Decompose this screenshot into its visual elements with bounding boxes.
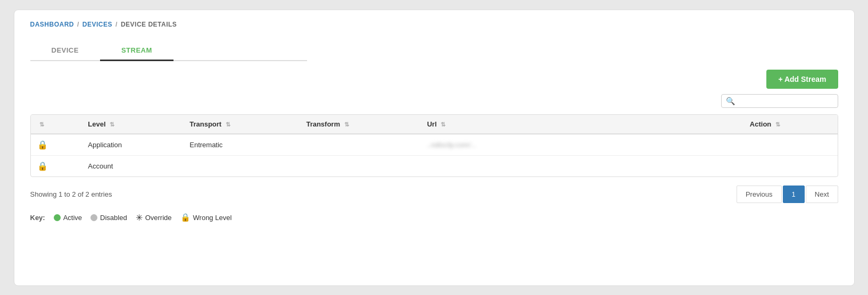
key-override: ✳ Override	[136, 213, 172, 223]
row2-action	[743, 155, 838, 176]
breadcrumb: DASHBOARD / DEVICES / DEVICE DETAILS	[30, 21, 838, 28]
col-transport: Transport ⇅	[183, 115, 300, 134]
page-1-button[interactable]: 1	[783, 186, 805, 203]
col-transport-label: Transport	[189, 120, 221, 128]
sort-icon-icon[interactable]: ⇅	[39, 121, 44, 128]
table-row: 🔒 Application Entrematic ..ndiscity.com/…	[31, 134, 838, 156]
col-action-label: Action	[750, 120, 771, 128]
main-card: DASHBOARD / DEVICES / DEVICE DETAILS DEV…	[14, 10, 855, 286]
row1-transport: Entrematic	[183, 134, 300, 156]
table-row: 🔒 Account	[31, 155, 838, 176]
lock-icon-1: 🔒	[37, 140, 48, 149]
wrong-level-icon: 🔒	[180, 213, 191, 222]
row2-transform	[300, 155, 420, 176]
row1-url: ..ndiscity.com/...	[420, 134, 743, 156]
col-level: Level ⇅	[81, 115, 183, 134]
add-stream-button[interactable]: + Add Stream	[766, 70, 838, 89]
sort-icon-level[interactable]: ⇅	[110, 121, 114, 128]
footer: Showing 1 to 2 of 2 entries Previous 1 N…	[30, 186, 838, 203]
row2-level: Account	[81, 155, 183, 176]
row1-level: Application	[81, 134, 183, 156]
row1-icon: 🔒	[31, 134, 82, 156]
key-wrong-level-label: Wrong Level	[193, 214, 232, 222]
key-label: Key:	[30, 214, 45, 222]
toolbar-row: + Add Stream	[30, 70, 838, 89]
table-header-row: ⇅ Level ⇅ Transport ⇅ Transform ⇅	[31, 115, 838, 134]
search-row: 🔍	[30, 94, 838, 108]
row2-icon: 🔒	[31, 155, 82, 176]
row2-url	[420, 155, 743, 176]
col-url-label: Url	[427, 120, 436, 128]
col-transform: Transform ⇅	[300, 115, 420, 134]
breadcrumb-sep-2: /	[115, 21, 118, 28]
breadcrumb-sep-1: /	[77, 21, 79, 28]
disabled-dot-icon	[90, 214, 97, 221]
key-wrong-level: 🔒 Wrong Level	[180, 213, 232, 222]
breadcrumb-current: DEVICE DETAILS	[121, 21, 177, 28]
sort-icon-transform[interactable]: ⇅	[344, 121, 349, 128]
key-active: Active	[54, 214, 82, 222]
key-row: Key: Active Disabled ✳ Override 🔒 Wrong …	[30, 213, 838, 223]
previous-button[interactable]: Previous	[737, 186, 782, 203]
override-icon: ✳	[136, 213, 143, 223]
sort-icon-url[interactable]: ⇅	[441, 121, 445, 128]
search-box: 🔍	[721, 94, 838, 108]
key-disabled-label: Disabled	[100, 214, 127, 222]
lock-icon-2: 🔒	[37, 162, 48, 171]
tab-device[interactable]: DEVICE	[30, 41, 100, 61]
key-disabled: Disabled	[90, 214, 127, 222]
key-override-label: Override	[145, 214, 172, 222]
row1-transform	[300, 134, 420, 156]
row1-url-value: ..ndiscity.com/...	[427, 141, 476, 149]
breadcrumb-devices[interactable]: DEVICES	[82, 21, 112, 28]
row2-transport	[183, 155, 300, 176]
breadcrumb-dashboard[interactable]: DASHBOARD	[30, 21, 75, 28]
row1-action	[743, 134, 838, 156]
showing-text: Showing 1 to 2 of 2 entries	[30, 190, 112, 198]
search-icon: 🔍	[726, 97, 735, 105]
search-input[interactable]	[738, 97, 833, 105]
sort-icon-transport[interactable]: ⇅	[226, 121, 230, 128]
key-active-label: Active	[63, 214, 82, 222]
col-action: Action ⇅	[743, 115, 838, 134]
pagination: Previous 1 Next	[737, 186, 838, 203]
tabs-container: DEVICE STREAM	[30, 41, 307, 61]
next-button[interactable]: Next	[806, 186, 838, 203]
active-dot-icon	[54, 214, 61, 221]
stream-table: ⇅ Level ⇅ Transport ⇅ Transform ⇅	[30, 114, 838, 177]
sort-icon-action[interactable]: ⇅	[775, 121, 780, 128]
col-level-label: Level	[88, 120, 105, 128]
col-transform-label: Transform	[306, 120, 340, 128]
col-url: Url ⇅	[420, 115, 743, 134]
tab-stream[interactable]: STREAM	[100, 41, 173, 61]
col-icon: ⇅	[31, 115, 82, 134]
